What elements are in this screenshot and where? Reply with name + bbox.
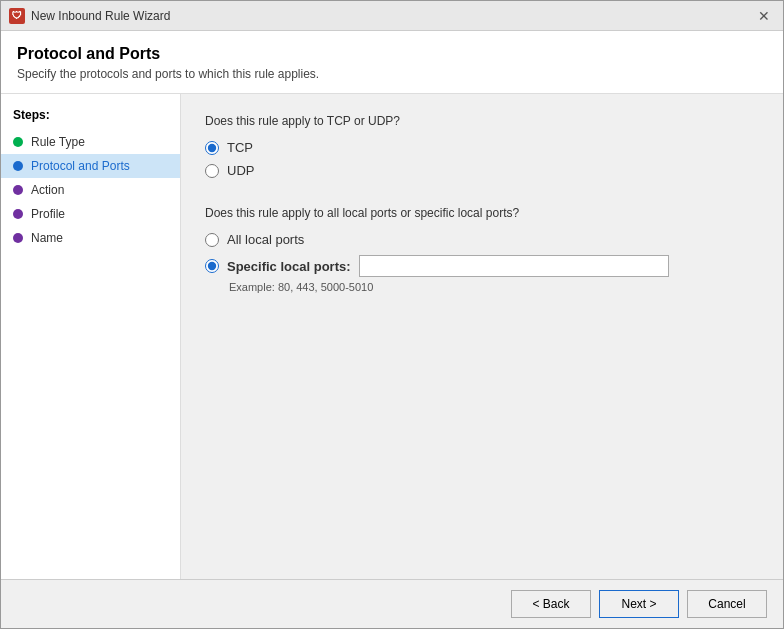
- sidebar-heading: Steps:: [1, 104, 180, 130]
- sidebar-label-name: Name: [31, 231, 63, 245]
- step-dot-name: [13, 233, 23, 243]
- next-button[interactable]: Next >: [599, 590, 679, 618]
- udp-radio[interactable]: [205, 164, 219, 178]
- specific-ports-input[interactable]: [359, 255, 669, 277]
- sidebar-item-name[interactable]: Name: [1, 226, 180, 250]
- tcp-option[interactable]: TCP: [205, 140, 759, 155]
- page-subtitle: Specify the protocols and ports to which…: [17, 67, 767, 81]
- sidebar-label-protocol-and-ports: Protocol and Ports: [31, 159, 130, 173]
- tcp-radio[interactable]: [205, 141, 219, 155]
- page-title: Protocol and Ports: [17, 45, 767, 63]
- udp-label: UDP: [227, 163, 254, 178]
- tcp-label: TCP: [227, 140, 253, 155]
- back-button[interactable]: < Back: [511, 590, 591, 618]
- window-icon: 🛡: [9, 8, 25, 24]
- title-bar: 🛡 New Inbound Rule Wizard ✕: [1, 1, 783, 31]
- ports-radio-group: All local ports Specific local ports: Ex…: [205, 232, 759, 293]
- sidebar-label-rule-type: Rule Type: [31, 135, 85, 149]
- specific-local-ports-option[interactable]: Specific local ports:: [205, 259, 351, 274]
- ports-example-text: Example: 80, 443, 5000-5010: [229, 281, 759, 293]
- sidebar-item-rule-type[interactable]: Rule Type: [1, 130, 180, 154]
- all-local-ports-label: All local ports: [227, 232, 304, 247]
- all-local-ports-option[interactable]: All local ports: [205, 232, 759, 247]
- sidebar-label-profile: Profile: [31, 207, 65, 221]
- step-dot-action: [13, 185, 23, 195]
- window: 🛡 New Inbound Rule Wizard ✕ Protocol and…: [0, 0, 784, 629]
- protocol-question: Does this rule apply to TCP or UDP?: [205, 114, 759, 128]
- sidebar-item-protocol-and-ports[interactable]: Protocol and Ports: [1, 154, 180, 178]
- specific-ports-row: Specific local ports:: [205, 255, 759, 277]
- step-dot-protocol-and-ports: [13, 161, 23, 171]
- main-panel: Does this rule apply to TCP or UDP? TCP …: [181, 94, 783, 579]
- content-area: Steps: Rule Type Protocol and Ports Acti…: [1, 94, 783, 579]
- header: Protocol and Ports Specify the protocols…: [1, 31, 783, 94]
- section-divider: [205, 186, 759, 206]
- window-title: New Inbound Rule Wizard: [31, 9, 753, 23]
- close-button[interactable]: ✕: [753, 5, 775, 27]
- footer: < Back Next > Cancel: [1, 579, 783, 628]
- specific-local-ports-radio[interactable]: [205, 259, 219, 273]
- step-dot-profile: [13, 209, 23, 219]
- protocol-radio-group: TCP UDP: [205, 140, 759, 178]
- sidebar-item-action[interactable]: Action: [1, 178, 180, 202]
- ports-question: Does this rule apply to all local ports …: [205, 206, 759, 220]
- sidebar-item-profile[interactable]: Profile: [1, 202, 180, 226]
- sidebar-label-action: Action: [31, 183, 64, 197]
- step-dot-rule-type: [13, 137, 23, 147]
- specific-local-ports-label: Specific local ports:: [227, 259, 351, 274]
- sidebar: Steps: Rule Type Protocol and Ports Acti…: [1, 94, 181, 579]
- cancel-button[interactable]: Cancel: [687, 590, 767, 618]
- all-local-ports-radio[interactable]: [205, 233, 219, 247]
- udp-option[interactable]: UDP: [205, 163, 759, 178]
